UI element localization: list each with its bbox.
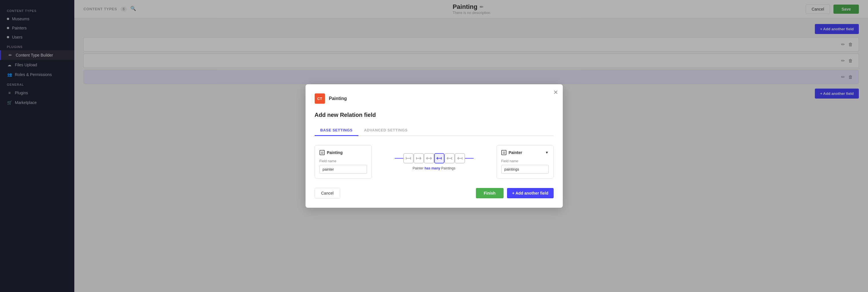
modal-ct-name: Painting (329, 96, 347, 101)
chevron-down-icon: ▼ (545, 151, 549, 155)
painter-dropdown[interactable]: ▼ (545, 151, 549, 155)
right-field-name-label: Field name (501, 159, 549, 163)
relation-modal: CT Painting ✕ Add new Relation field BAS… (306, 84, 563, 208)
modal-overlay: CT Painting ✕ Add new Relation field BAS… (74, 18, 868, 292)
modal-footer-right: Finish + Add another field (476, 188, 554, 198)
tab-base-settings[interactable]: BASE SETTINGS (315, 125, 359, 136)
left-box-title: ⊡ Painting (319, 150, 367, 155)
relation-type-many-one-active[interactable] (434, 153, 444, 163)
left-field-name-label: Field name (319, 159, 367, 163)
modal-close-button[interactable]: ✕ (553, 89, 558, 96)
main-area: CONTENT TYPES 6 🔍 Painting ✏ There is no… (74, 0, 868, 292)
left-relation-box: ⊡ Painting Field name (315, 145, 372, 179)
relation-type-one-many-right[interactable] (455, 153, 465, 163)
finish-button[interactable]: Finish (476, 188, 504, 198)
relation-middle: Painter has many Paintings (372, 145, 496, 170)
ct-badge: CT (315, 93, 325, 104)
relation-type-one-many[interactable] (413, 153, 424, 163)
content-area: + Add another field ✏ 🗑 ✏ 🗑 ✏ (74, 18, 868, 292)
box-icon: ⊡ (501, 150, 506, 155)
left-field-name-input[interactable] (319, 165, 367, 174)
modal-add-another-button[interactable]: + Add another field (507, 188, 554, 198)
modal-title-row: Add new Relation field (315, 112, 554, 118)
right-field-name-input[interactable] (501, 165, 549, 174)
modal-cancel-button[interactable]: Cancel (315, 188, 340, 199)
modal-tabs: BASE SETTINGS ADVANCED SETTINGS (315, 125, 554, 136)
relation-connector: has many (425, 166, 440, 170)
relation-area: ⊡ Painting Field name (315, 145, 554, 179)
box-icon: ⊡ (319, 150, 325, 155)
right-box-title: ⊡ Painter ▼ (501, 150, 549, 155)
modal-title: Add new Relation field (315, 112, 376, 118)
relation-description: Painter has many Paintings (413, 166, 455, 170)
relation-type-many-many[interactable] (444, 153, 455, 163)
modal-footer: Cancel Finish + Add another field (315, 188, 554, 199)
relation-type-one-one[interactable] (403, 153, 413, 163)
modal-header: CT Painting (315, 93, 554, 104)
right-relation-box: ⊡ Painter ▼ Field name (496, 145, 554, 179)
tab-advanced-settings[interactable]: ADVANCED SETTINGS (359, 125, 413, 136)
relation-type-many-many-left[interactable] (424, 153, 434, 163)
relation-type-selector (395, 153, 473, 163)
